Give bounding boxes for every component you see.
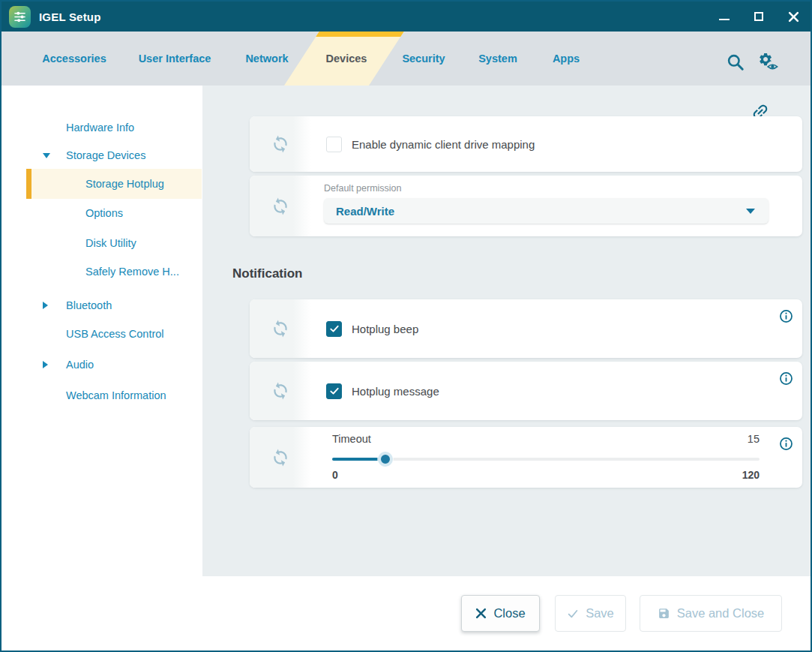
card-body: Timeout 15 0 120 — [311, 427, 802, 488]
info-icon — [778, 436, 794, 452]
sidebar-item-safely-remove[interactable]: Safely Remove H... — [1, 257, 202, 287]
settings-panel: Enable dynamic client drive mapping Defa… — [202, 86, 811, 576]
tab-network[interactable]: Network — [245, 32, 288, 86]
tab-user-interface[interactable]: User Interface — [139, 32, 211, 86]
hotplug-message-checkbox[interactable] — [326, 383, 342, 399]
hotplug-message-card: Hotplug message — [250, 362, 802, 420]
checkmark-icon — [329, 323, 340, 334]
dynamic-mapping-card: Enable dynamic client drive mapping — [250, 116, 802, 172]
tab-security[interactable]: Security — [402, 32, 445, 86]
reset-strip[interactable] — [250, 362, 311, 420]
sidebar-item-bluetooth[interactable]: Bluetooth — [1, 290, 202, 320]
save-and-close-button-label: Save and Close — [677, 606, 765, 620]
sidebar-item-label: Webcam Information — [66, 389, 166, 401]
reset-strip[interactable] — [250, 427, 311, 488]
reset-strip[interactable] — [250, 176, 311, 236]
timeout-value: 15 — [748, 433, 760, 445]
hotplug-beep-info-button[interactable] — [778, 308, 794, 324]
hotplug-beep-label: Hotplug beep — [352, 323, 418, 335]
search-button[interactable] — [724, 51, 747, 74]
checkmark-icon — [567, 608, 579, 620]
collapsed-triangle-icon[interactable] — [43, 302, 48, 309]
sidebar-item-label: Safely Remove H... — [85, 266, 179, 278]
expanded-triangle-icon[interactable] — [43, 153, 50, 158]
default-permission-card: Default permission Read/Write — [250, 176, 802, 236]
sidebar-item-label: Disk Utility — [85, 237, 136, 249]
dropdown-selected-value: Read/Write — [336, 205, 394, 218]
sidebar-item-label: Storage Hotplug — [85, 178, 164, 190]
timeout-slider-track[interactable] — [332, 458, 760, 461]
card-body: Enable dynamic client drive mapping — [311, 116, 802, 172]
app-logo-icon — [9, 6, 31, 28]
sidebar-item-label: Options — [85, 207, 123, 219]
minimize-button[interactable] — [707, 2, 742, 32]
sidebar-item-storage-hotplug[interactable]: Storage Hotplug — [26, 169, 202, 199]
save-floppy-icon — [658, 607, 670, 620]
timeout-max-label: 120 — [742, 469, 760, 481]
close-button[interactable]: Close — [461, 595, 540, 632]
reset-parameter-icon — [268, 379, 292, 403]
hotplug-beep-checkbox[interactable] — [326, 321, 342, 337]
footer-bar: Close Save Save and Close — [1, 576, 811, 650]
sidebar-item-label: Bluetooth — [66, 299, 112, 311]
info-icon — [778, 371, 794, 386]
tab-bar: Accessories User Interface Network Devic… — [1, 32, 811, 86]
timeout-card: Timeout 15 0 120 — [250, 427, 802, 488]
save-button[interactable]: Save — [555, 595, 626, 632]
window-title: IGEL Setup — [39, 11, 101, 23]
save-button-label: Save — [586, 606, 614, 620]
sidebar-navigation: Hardware Info Storage Devices Storage Ho… — [1, 86, 202, 576]
tab-accessories[interactable]: Accessories — [42, 32, 106, 86]
card-body: Default permission Read/Write — [311, 176, 802, 236]
hotplug-message-label: Hotplug message — [352, 385, 439, 398]
sidebar-item-webcam-information[interactable]: Webcam Information — [1, 380, 202, 410]
sidebar-item-storage-devices[interactable]: Storage Devices — [1, 140, 202, 170]
reset-parameter-icon — [268, 446, 292, 470]
card-body: Hotplug message — [311, 362, 802, 420]
sidebar-item-audio[interactable]: Audio — [1, 350, 202, 380]
reset-strip[interactable] — [250, 116, 311, 172]
card-body: Hotplug beep — [311, 299, 802, 358]
dynamic-mapping-checkbox[interactable] — [326, 137, 342, 152]
sidebar-item-label: Audio — [66, 359, 94, 371]
titlebar: IGEL Setup — [1, 2, 811, 32]
sidebar-item-hardware-info[interactable]: Hardware Info — [1, 113, 202, 143]
reset-parameter-icon — [268, 317, 292, 341]
reset-strip[interactable] — [250, 299, 311, 358]
profile-settings-button[interactable] — [757, 51, 780, 74]
sidebar-item-usb-access-control[interactable]: USB Access Control — [1, 319, 202, 349]
checkmark-icon — [329, 386, 340, 396]
notification-section-heading: Notification — [232, 266, 303, 281]
tab-system[interactable]: System — [478, 32, 517, 86]
timeout-slider-thumb[interactable] — [378, 452, 393, 467]
default-permission-dropdown[interactable]: Read/Write — [324, 198, 769, 224]
sidebar-item-disk-utility[interactable]: Disk Utility — [1, 228, 202, 258]
timeout-slider-area: Timeout 15 0 120 — [332, 427, 760, 488]
sidebar-item-label: USB Access Control — [66, 328, 164, 340]
maximize-button[interactable] — [742, 2, 776, 32]
sidebar-item-options[interactable]: Options — [1, 198, 202, 228]
save-and-close-button[interactable]: Save and Close — [640, 595, 782, 632]
sidebar-item-label: Hardware Info — [66, 122, 134, 134]
timeout-min-label: 0 — [332, 469, 338, 481]
tab-devices[interactable]: Devices — [326, 32, 367, 86]
minimize-icon — [719, 19, 730, 21]
dynamic-mapping-label: Enable dynamic client drive mapping — [352, 138, 535, 151]
default-permission-label: Default permission — [324, 183, 402, 194]
timeout-label: Timeout — [332, 433, 371, 445]
hotplug-beep-card: Hotplug beep — [250, 299, 802, 358]
close-icon — [475, 608, 487, 619]
igel-setup-window: IGEL Setup Accessories User Interface Ne… — [0, 0, 812, 652]
close-button-label: Close — [493, 606, 525, 620]
window-controls — [707, 2, 811, 32]
info-icon — [778, 308, 794, 324]
maximize-icon — [754, 12, 763, 21]
search-icon — [726, 53, 745, 72]
hotplug-message-info-button[interactable] — [778, 371, 794, 386]
tab-apps[interactable]: Apps — [553, 32, 580, 86]
collapsed-triangle-icon[interactable] — [43, 361, 48, 368]
timeout-info-button[interactable] — [778, 436, 794, 452]
chevron-down-icon — [746, 209, 755, 214]
close-window-button[interactable] — [776, 2, 811, 32]
sidebar-item-label: Storage Devices — [66, 149, 145, 161]
